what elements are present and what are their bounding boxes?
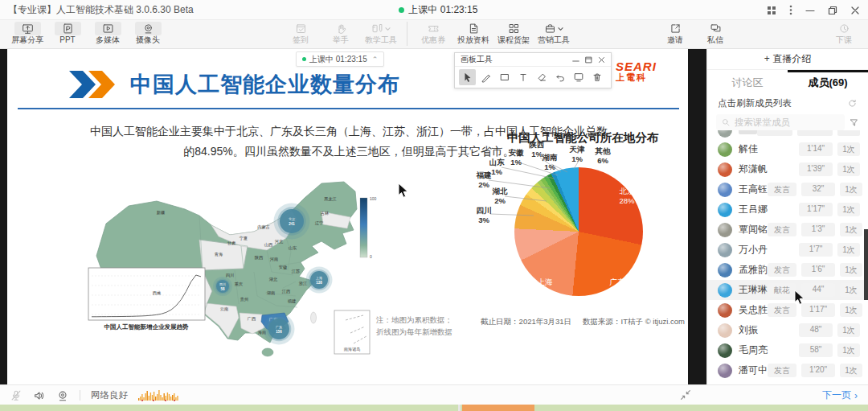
- member-name: 王吕娜: [739, 203, 768, 216]
- layout-grid-icon[interactable]: [767, 6, 776, 15]
- live-status-dot: [302, 57, 306, 61]
- pie-footer-source: 数据来源：IT桔子 © itjuzi.com: [583, 317, 685, 327]
- toolbar-button-teach-tools[interactable]: 教学工具: [363, 22, 399, 46]
- toolbar-button-label: 下课: [836, 35, 852, 46]
- svg-text:100: 100: [370, 196, 377, 201]
- tool-eraser[interactable]: [533, 69, 550, 85]
- member-name: 毛周亮: [739, 343, 768, 357]
- svg-text:江西: 江西: [282, 289, 291, 294]
- pie-label-北京: 北京28%: [619, 187, 634, 207]
- member-row-吴忠胜[interactable]: 吴忠胜发言1'17"1次: [707, 300, 868, 320]
- member-row-万小丹[interactable]: 万小丹1'7"1次: [707, 240, 868, 260]
- toolbar-button-marketing[interactable]: 营销工具: [536, 22, 571, 46]
- microphone-muted-icon[interactable]: [10, 389, 23, 402]
- pie-chart-title: 中国人工智能公司所在地分布: [477, 130, 688, 146]
- next-page-button[interactable]: 下一页 ›: [822, 385, 858, 405]
- toolbar-button-webcam[interactable]: 摄像头: [130, 22, 166, 46]
- close-icon[interactable]: [850, 6, 860, 15]
- toolbar-button-sign-in[interactable]: 签到: [283, 22, 318, 46]
- marketing-icon: [544, 23, 556, 35]
- speak-count-badge: 1次: [837, 162, 860, 176]
- svg-text:广东: 广东: [276, 325, 282, 329]
- collapse-caret-icon[interactable]: ⌃: [372, 55, 379, 64]
- letterbox-right: [688, 49, 706, 384]
- panel-close-icon[interactable]: [598, 56, 605, 64]
- avatar: [718, 343, 732, 358]
- panel-maximize-icon[interactable]: [585, 56, 592, 64]
- toolbar-button-label: 营销工具: [538, 35, 570, 46]
- tool-text[interactable]: [514, 69, 531, 85]
- sign-in-icon: [295, 23, 307, 35]
- member-row-潘可中[interactable]: 潘可中发言1'20"1次: [707, 360, 868, 380]
- speaker-icon[interactable]: [33, 389, 46, 402]
- filter-funnel-icon[interactable]: [849, 117, 859, 128]
- member-row-覃闻铭[interactable]: 覃闻铭发言1'3"1次: [707, 220, 868, 240]
- tool-select[interactable]: [459, 69, 476, 85]
- minimize-icon[interactable]: [805, 6, 815, 15]
- tool-undo[interactable]: [551, 69, 568, 85]
- restore-icon[interactable]: [828, 6, 837, 15]
- member-row-解佳[interactable]: 解佳1'14"1次: [707, 139, 868, 159]
- action-badge: 发言: [768, 263, 796, 277]
- member-name: 吴忠胜: [739, 303, 768, 317]
- member-search-box[interactable]: [716, 114, 845, 130]
- seari-logo-cn: 上電科: [616, 73, 657, 82]
- toolbar-button-media[interactable]: 多媒体: [90, 22, 125, 46]
- member-search-input[interactable]: [735, 117, 823, 127]
- tool-trash[interactable]: [588, 69, 605, 85]
- action-badge: 发言: [768, 223, 796, 236]
- toolbar-button-ppt[interactable]: PPT: [50, 22, 85, 46]
- member-row[interactable]: [707, 130, 868, 139]
- member-row-王琳琳[interactable]: 王琳琳献花44"1次: [707, 280, 868, 300]
- toolbar-button-raise-hand[interactable]: 举手: [323, 22, 358, 46]
- class-timer-text: 上课中 01:23:15: [309, 54, 367, 65]
- text-tool-icon: [518, 72, 529, 83]
- toolbar-button-coupon[interactable]: 优惠券: [416, 22, 451, 46]
- refresh-members-row[interactable]: 点击刷新成员列表: [707, 92, 868, 113]
- member-name: 王高钰: [739, 183, 768, 196]
- live-intro-header[interactable]: + 直播介绍: [707, 49, 868, 70]
- toolbar-button-shelf[interactable]: 课程货架: [496, 22, 531, 46]
- member-row-毛周亮[interactable]: 毛周亮58"1次: [707, 340, 868, 360]
- tool-rect[interactable]: [496, 69, 513, 85]
- class-timer-pill[interactable]: 上课中 01:23:15 ⌃: [296, 51, 384, 67]
- tab-discussion[interactable]: 讨论区: [707, 70, 788, 92]
- map-colorbar: 100 0: [360, 196, 377, 259]
- svg-text:福建: 福建: [288, 298, 296, 304]
- class-status-text: 上课中 01:23:15: [408, 3, 477, 17]
- member-list: 解佳1'14"1次郑潇帆1'39"1次王高钰发言32"1次王吕娜1'17"1次覃…: [707, 130, 868, 380]
- toolbar-button-screen-share[interactable]: 屏幕分享: [10, 22, 45, 46]
- refresh-icon[interactable]: [847, 98, 858, 109]
- avatar: [718, 223, 732, 237]
- member-row-孟雅韵[interactable]: 孟雅韵发言1'6"1次: [707, 260, 868, 280]
- member-row-刘振[interactable]: 刘振48"1次: [707, 320, 868, 340]
- svg-text:西藏: 西藏: [153, 290, 161, 295]
- toolbar-button-invite[interactable]: 邀请: [657, 22, 693, 46]
- speak-count-badge: 1次: [837, 323, 860, 337]
- toolbar-button-dm[interactable]: 私信: [698, 22, 733, 46]
- pie-footer: 截止日期：2021年3月31日 数据来源：IT桔子 © itjuzi.com: [477, 317, 688, 327]
- panel-minimize-icon[interactable]: [572, 56, 579, 64]
- avatar: [718, 142, 732, 157]
- map-bubble-上海: 上海138: [306, 267, 333, 294]
- nanhai-inset: 南海诸岛: [334, 310, 370, 354]
- tab-members[interactable]: 成员(69): [788, 70, 868, 92]
- taskbar-strip: [0, 405, 868, 411]
- toolbar-button-materials[interactable]: 投放资料: [456, 22, 491, 46]
- member-row-郑潇帆[interactable]: 郑潇帆1'39"1次: [707, 159, 868, 179]
- board-panel-controls: [572, 56, 605, 64]
- sidebar-scrollbar[interactable]: [864, 229, 868, 300]
- tool-board[interactable]: [570, 69, 587, 85]
- webcam-icon[interactable]: [56, 389, 69, 402]
- pie-label-江苏: 江苏6%: [501, 216, 516, 236]
- toolbar-button-class-end[interactable]: 下课: [826, 22, 862, 46]
- member-row-王高钰[interactable]: 王高钰发言32"1次: [707, 179, 868, 199]
- tool-pen[interactable]: [477, 69, 494, 85]
- member-row-王吕娜[interactable]: 王吕娜1'17"1次: [707, 199, 868, 220]
- member-name: 覃闻铭: [739, 223, 768, 236]
- more-menu-icon[interactable]: [789, 5, 792, 15]
- bottom-bar: 网络良好 下一页 ›: [0, 384, 868, 405]
- svg-text:山西: 山西: [264, 242, 273, 247]
- slide-canvas[interactable]: 上课中 01:23:15 ⌃ 画板工具 SEARI 上電科 中: [0, 49, 706, 384]
- compress-view-icon[interactable]: [679, 388, 692, 401]
